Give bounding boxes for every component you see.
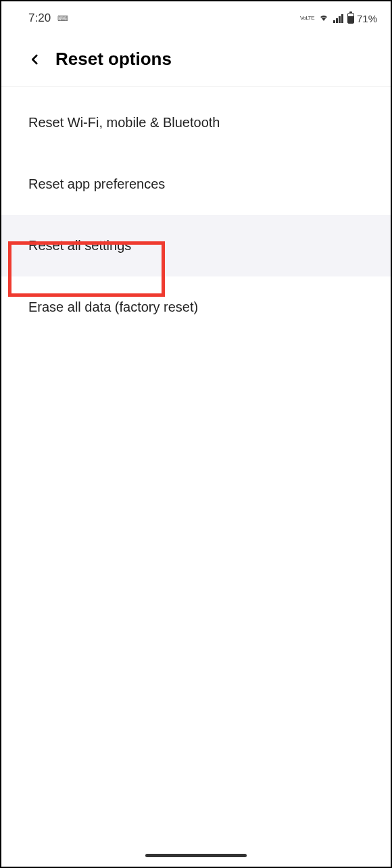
notification-icon: ⌨: [57, 14, 68, 23]
status-bar-left: 7:20 ⌨: [28, 11, 68, 25]
menu-item-label: Reset Wi-Fi, mobile & Bluetooth: [28, 115, 220, 130]
menu-item-label: Reset all settings: [28, 238, 131, 253]
page-header: Reset options: [1, 28, 391, 87]
wifi-icon: [318, 13, 329, 24]
page-title: Reset options: [55, 49, 172, 70]
menu-item-label: Erase all data (factory reset): [28, 299, 198, 314]
volte-icon: VoLTE: [300, 16, 314, 21]
battery-percent: 71%: [357, 13, 377, 24]
menu-item-label: Reset app preferences: [28, 176, 165, 191]
status-bar: 7:20 ⌨ VoLTE 71%: [1, 1, 391, 28]
status-bar-right: VoLTE 71%: [300, 13, 377, 24]
reset-all-settings[interactable]: Reset all settings: [1, 215, 391, 276]
back-icon[interactable]: [27, 51, 43, 68]
reset-options-list: Reset Wi-Fi, mobile & Bluetooth Reset ap…: [1, 87, 391, 338]
reset-app-preferences[interactable]: Reset app preferences: [1, 153, 391, 215]
battery-icon: [347, 13, 354, 24]
battery-indicator: 71%: [347, 13, 377, 24]
status-time: 7:20: [28, 11, 51, 25]
erase-all-data-factory-reset[interactable]: Erase all data (factory reset): [1, 276, 391, 338]
home-indicator[interactable]: [145, 854, 247, 857]
signal-icon: [333, 14, 343, 23]
reset-wifi-mobile-bluetooth[interactable]: Reset Wi-Fi, mobile & Bluetooth: [1, 92, 391, 153]
